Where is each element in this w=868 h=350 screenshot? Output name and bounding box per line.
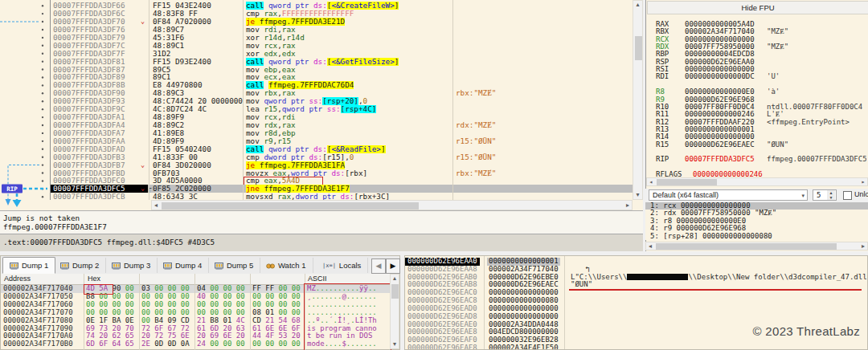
instruction-text: mov ecx,eax	[246, 73, 452, 81]
hide-fpu-button[interactable]: Hide FPU	[647, 1, 868, 14]
register-row[interactable]: RAX0000000000005A4D	[646, 21, 868, 28]
dump-byte: 5A	[99, 284, 112, 292]
argument-count-spinner[interactable]: 5 ▲ ▼	[813, 189, 837, 201]
disasm-row[interactable]: 00007FFFDDA3DF9348:C74424 20 00000000mov…	[50, 97, 633, 105]
instr-token: mov	[246, 66, 264, 74]
dump-byte: 00	[181, 300, 190, 308]
arguments-horizontal-scrollbar[interactable]: ◂▸	[645, 242, 868, 250]
registers-horizontal-scrollbar[interactable]: ◂▸	[646, 177, 868, 186]
tab-dump-4[interactable]: Dump 4	[157, 258, 209, 273]
disasm-row[interactable]: 00007FFFDDA3DFAA4D:89F9mov r9,r15r15:"ØÜ…	[50, 137, 633, 145]
scroll-thumb[interactable]	[657, 179, 717, 185]
disasm-row[interactable]: 00007FFFDDA3DFA741:89E8mov r8d,ebp	[50, 129, 633, 137]
scroll-thumb[interactable]	[162, 202, 419, 210]
scroll-right-icon[interactable]: ▸	[859, 178, 867, 185]
tab-prev-button[interactable]: ◀	[371, 258, 386, 274]
disasm-row[interactable]: 00007FFFDDA3DF7F31D2xor edx,edx	[50, 50, 633, 58]
register-row[interactable]: R1000007FF80FF0D0C4ntdll.00007FF80FF0D0C…	[646, 104, 868, 111]
tab-dump-3[interactable]: Dump 3	[105, 258, 158, 273]
disasm-row[interactable]: 00007FFFDDA3DFADFF15 05402400call qword …	[50, 145, 633, 153]
scroll-thumb[interactable]	[656, 243, 837, 250]
tab-locals[interactable]: |x=|Locals	[316, 258, 368, 273]
spinner-down-icon[interactable]: ▼	[827, 195, 835, 200]
tab-dump-5[interactable]: Dump 5	[208, 258, 260, 273]
stack-row[interactable]: 000000D62E96EAF8000002A34F4E1F50	[405, 344, 868, 350]
scroll-down-icon[interactable]: ▾	[391, 340, 399, 348]
register-row[interactable]: RIP00007FFFDDA3DFC5ffmpeg.00007FFFDDA3DF…	[646, 156, 868, 163]
dump-byte: 69	[86, 324, 99, 332]
scroll-right-icon[interactable]: ▸	[624, 201, 632, 210]
disasm-row[interactable]: 00007FFFDDA3DFA448:89C2mov rdx,raxrdx:"M…	[50, 121, 633, 129]
scroll-thumb[interactable]	[635, 36, 642, 60]
register-row[interactable]: RDI00000000000000DC'Ü'	[646, 73, 868, 80]
instr-token: r14d	[264, 34, 281, 42]
dump-byte: B8	[210, 316, 223, 324]
disasm-horizontal-scrollbar[interactable]: ◂▸	[151, 200, 633, 210]
scroll-left-icon[interactable]: ◂	[152, 201, 160, 210]
dump-byte: 0D	[154, 340, 167, 348]
register-comment: 'à'	[767, 88, 866, 96]
threatlabz-watermark: © 2023 ThreatLabz	[753, 324, 860, 338]
scroll-up-icon[interactable]: ▴	[391, 275, 399, 283]
scroll-up-icon[interactable]: ▴	[633, 1, 642, 9]
dump-byte: 6E	[223, 332, 236, 340]
disasm-row[interactable]: 00007FFFDDA3DFB341:833F 00cmp dword ptr …	[50, 153, 633, 161]
disasm-row[interactable]: 00007FFFDDA3DF9048:89C3mov rbx,raxrbx:"M…	[50, 89, 633, 97]
disasm-row[interactable]: 00007FFFDDA3DF7945:31F6xor r14d,r14d	[50, 34, 633, 42]
scroll-left-icon[interactable]: ◂	[646, 242, 654, 250]
argument-row[interactable]: 5: [rsp+28] 0000000000000080	[645, 233, 868, 240]
tab-dump-1[interactable]: Dump 1	[2, 257, 55, 274]
register-row[interactable]: RSI0000000000000000	[646, 66, 868, 73]
dump-byte: 00	[292, 300, 301, 308]
dump-byte: 00	[292, 340, 301, 348]
disasm-row[interactable]: 00007FFFDDA3DFA148:89F9mov rcx,rdi	[50, 113, 633, 121]
register-row[interactable]: R1200007FFFDDAAF220<ffmpeg.EntryPoint>	[646, 119, 868, 126]
register-row[interactable]: RCX0000000000000000	[646, 36, 868, 43]
scroll-left-icon[interactable]: ◂	[647, 178, 655, 185]
disasm-row[interactable]: 00007FFFDDA3DF81FF15 D93E2400call qword …	[50, 58, 633, 66]
tab-dump-2[interactable]: Dump 2	[54, 258, 106, 273]
scroll-down-icon[interactable]: ▾	[633, 191, 642, 199]
dump-byte: 00	[141, 316, 154, 324]
register-row[interactable]: R15000000D62E96EAEC"ØÜN"	[646, 141, 868, 149]
register-row[interactable]: RDX00007FF758950000"MZɆ"	[646, 43, 868, 51]
instr-token: cmp	[246, 153, 264, 161]
calling-convention-dropdown[interactable]: Default (x64 fastcall) ▾	[649, 189, 808, 201]
scroll-right-icon[interactable]: ▸	[859, 242, 867, 250]
register-row[interactable]: R130000000000000001	[646, 126, 868, 133]
dump-vertical-scrollbar[interactable]: ▴▾	[390, 274, 399, 349]
disasm-row[interactable]: 00007FFFDDA3DFBD0FB703movzx eax,word ptr…	[50, 169, 633, 177]
tab-watch-1[interactable]: Watch 1	[260, 258, 313, 273]
register-row[interactable]: RBX000002A34F717040"MZɆ"	[646, 28, 868, 35]
disasm-row[interactable]: 00007FFFDDA3DF6C48:83F8 FFcmp rax,FFFFFF…	[50, 10, 633, 18]
register-row[interactable]: R140000000000000000	[646, 133, 868, 140]
disasm-row[interactable]: 00007FFFDDA3DF8BE8 44970800call ffmpeg.7…	[50, 81, 633, 89]
disasm-row[interactable]: 00007FFFDDA3DF7648:89C7mov rdi,rax	[50, 26, 633, 34]
tab-next-button[interactable]: ▶	[386, 258, 400, 274]
disasm-row[interactable]: 00007FFFDDA3DFB7⌄0F84 3D020000je ffmpeg.…	[50, 161, 633, 169]
breakpoint-dot	[42, 100, 43, 102]
disasm-row[interactable]: 00007FFFDDA3DF7C48:89C1mov rcx,rax	[50, 42, 633, 50]
register-row[interactable]: R800000000000000E0'à'	[646, 88, 868, 96]
disasm-row[interactable]: 00007FFFDDA3DF8989C1mov ecx,eax	[50, 73, 633, 81]
dump-header: Address Hex ASCII	[1, 274, 399, 285]
disasm-row[interactable]: 00007FFFDDA3DFC5⌄┌0F85 2C020000jne ffmpe…	[50, 185, 633, 193]
register-row[interactable]: R110000000000000246L'Ɇ'	[646, 111, 868, 118]
scroll-thumb[interactable]	[391, 284, 399, 299]
disasm-row[interactable]: 00007FFFDDA3DF8789C5mov ebp,eax	[50, 66, 633, 74]
disasm-row[interactable]: 00007FFFDDA3DF70⌄0F84 A7020000je ffmpeg.…	[50, 18, 633, 26]
unlocked-checkbox[interactable]	[843, 191, 852, 200]
module-status-text: .text:00007FFFDDA3DFC5 ffmpeg.dll:$4DFC5…	[3, 238, 215, 246]
register-row[interactable]: RBP00000000004EDCD8	[646, 51, 868, 58]
breakpoint-dot	[42, 108, 43, 110]
register-row[interactable]: R9000000D62E96E968	[646, 96, 868, 104]
disasm-vertical-scrollbar[interactable]: ▴▾	[633, 0, 643, 200]
disasm-row[interactable]: 00007FFFDDA3DFC03D 4D5A0000cmp eax,5A4D	[50, 177, 633, 185]
dump-row[interactable]: 000002A34F7170B06D 6F 64 652E 0D 0D 0A24…	[1, 340, 391, 348]
register-row[interactable]: RSP000000D62E96EAA0	[646, 59, 868, 66]
disasm-row[interactable]: 00007FFFDDA3DF66FF15 043E2400call qword …	[50, 2, 633, 10]
dump-byte: 4F	[265, 332, 278, 340]
address-bytes-separator	[149, 0, 149, 200]
dump-byte: 00	[99, 308, 112, 316]
disasm-row[interactable]: 00007FFFDDA3DF9C4C:8D7C24 4Clea r15,qwor…	[50, 105, 633, 113]
